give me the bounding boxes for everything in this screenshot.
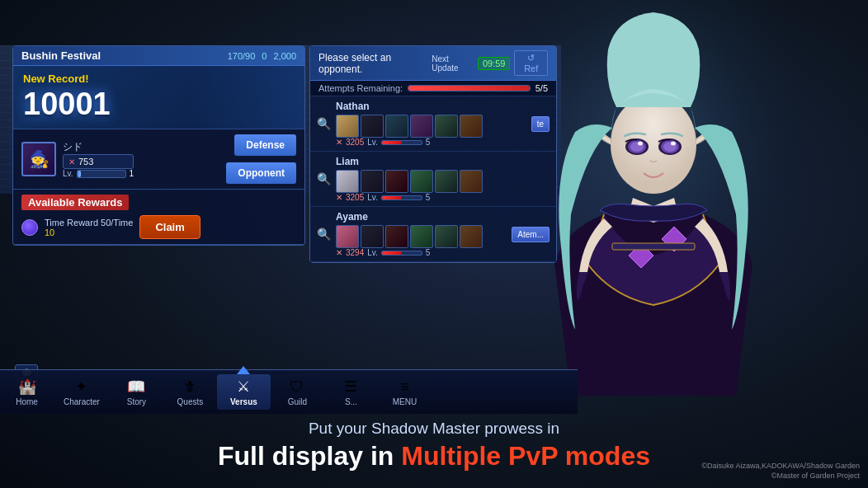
opp-avatar-1-4 bbox=[435, 170, 458, 193]
nav-menu[interactable]: ≡ MENU bbox=[378, 375, 432, 410]
more-icon: ☰ bbox=[344, 378, 357, 396]
claim-button[interactable]: Claim bbox=[139, 215, 200, 239]
opp-avatar-2-2 bbox=[385, 225, 408, 248]
opp-avatar-2-0 bbox=[336, 225, 359, 248]
svg-point-10 bbox=[638, 142, 643, 146]
time-reward-count: 10 bbox=[45, 228, 133, 237]
refresh-button[interactable]: ↺ Ref bbox=[514, 50, 548, 76]
next-update-label: Next Update bbox=[432, 54, 474, 73]
rewards-title: Available Rewards bbox=[21, 195, 129, 210]
nav-guild[interactable]: 🛡 Guild bbox=[271, 375, 324, 410]
copyright-line2: ©Master of Garden Project bbox=[701, 471, 860, 481]
opp-avatar-2-4 bbox=[435, 225, 458, 248]
opp-avatar-0-1 bbox=[361, 115, 384, 138]
attempts-fill bbox=[408, 86, 530, 91]
opponent-panel: Please select an opponent. Next Update 0… bbox=[309, 45, 557, 263]
countdown-timer: 09:59 bbox=[478, 57, 511, 70]
nav-quests[interactable]: 🗡 Quests bbox=[163, 375, 217, 410]
rewards-info: Time Reward 50/Time 10 bbox=[45, 218, 133, 237]
opp-avatar-0-2 bbox=[385, 115, 408, 138]
opp-level-label-0: Lv. bbox=[367, 138, 378, 147]
opp-avatar-1-1 bbox=[361, 170, 384, 193]
defense-button[interactable]: Defense bbox=[234, 134, 296, 156]
subtitle-text: Put your Shadow Master prowess in bbox=[0, 420, 868, 438]
attempts-count: 5/5 bbox=[535, 83, 548, 93]
attempts-label: Attempts Remaining: bbox=[318, 83, 403, 93]
level-fill bbox=[78, 171, 82, 177]
score-area: New Record! 10001 bbox=[13, 66, 304, 129]
rewards-row: Time Reward 50/Time 10 Claim bbox=[21, 215, 296, 239]
opp-avatar-0-3 bbox=[410, 115, 433, 138]
challenge-btn-0[interactable]: te bbox=[531, 116, 550, 132]
magnifier-icon-0[interactable]: 🔍 bbox=[317, 117, 331, 130]
nav-home[interactable]: 🏰 Home bbox=[0, 374, 54, 410]
navigation-bar: 🏰 Home ✦ Character 📖 Story 🗡 Quests ⚔ Ve… bbox=[0, 369, 578, 414]
opp-level-bar-0 bbox=[381, 140, 422, 145]
opponent-button[interactable]: Opponent bbox=[226, 162, 296, 184]
opp-level-label-2: Lv. bbox=[367, 248, 378, 257]
power-icon: ✕ bbox=[68, 157, 75, 167]
level-value: 1 bbox=[130, 169, 134, 178]
versus-icon: ⚔ bbox=[237, 378, 250, 396]
opp-avatar-2-1 bbox=[361, 225, 384, 248]
player-avatar: 🧙 bbox=[21, 142, 56, 176]
magnifier-icon-1[interactable]: 🔍 bbox=[317, 172, 331, 185]
rewards-section: Available Rewards Time Reward 50/Time 10… bbox=[13, 190, 304, 245]
opp-level-fill-2 bbox=[382, 251, 402, 255]
nav-quests-label: Quests bbox=[177, 397, 204, 406]
opponent-item-2[interactable]: 🔍 Ayame ✕ 3294 Lv. 5 Atem... bbox=[310, 207, 556, 262]
opponent-name-0: Nathan bbox=[336, 101, 526, 112]
versus-indicator bbox=[237, 366, 250, 374]
guild-icon: 🛡 bbox=[290, 378, 304, 396]
opp-power-icon-2: ✕ bbox=[336, 248, 342, 257]
player-level: Lv. 1 bbox=[63, 169, 134, 178]
attempts-row: Attempts Remaining: 5/5 bbox=[310, 81, 556, 96]
nav-home-label: Home bbox=[16, 397, 38, 406]
opponent-stats-0: ✕ 3205 Lv. 5 bbox=[336, 138, 526, 147]
opponent-info-0: Nathan ✕ 3205 Lv. 5 bbox=[336, 101, 526, 147]
opp-avatar-0-5 bbox=[460, 115, 483, 138]
opp-level-fill-0 bbox=[382, 141, 402, 144]
title-red-part: Multiple PvP modes bbox=[401, 441, 650, 471]
magnifier-icon-2[interactable]: 🔍 bbox=[317, 228, 331, 241]
opp-level-bar-2 bbox=[381, 251, 422, 256]
opponent-avatars-0 bbox=[336, 115, 526, 138]
nav-more-label: S... bbox=[345, 397, 357, 406]
panel-title: Bushin Festival bbox=[21, 49, 101, 62]
opponent-header-text: Please select an opponent. bbox=[318, 52, 432, 75]
time-reward-label: Time Reward 50/Time bbox=[45, 218, 133, 228]
nav-story[interactable]: 📖 Story bbox=[110, 374, 163, 410]
nav-character-label: Character bbox=[64, 397, 100, 406]
challenge-btn-2[interactable]: Atem... bbox=[512, 227, 550, 242]
header-stat3: 2,000 bbox=[273, 51, 296, 61]
svg-rect-12 bbox=[612, 243, 695, 250]
opponent-stats-2: ✕ 3294 Lv. 5 bbox=[336, 248, 507, 257]
power-value: 753 bbox=[78, 157, 93, 167]
opp-level-val-0: 5 bbox=[426, 138, 431, 147]
panel-header: Bushin Festival 170/90 0 2,000 bbox=[13, 46, 304, 66]
player-row: 🧙 シド ✕ 753 Lv. 1 Defense Opponent bbox=[13, 129, 304, 190]
menu-icon: ≡ bbox=[400, 378, 409, 396]
opp-power-2: 3294 bbox=[346, 248, 364, 257]
opp-avatar-1-0 bbox=[336, 170, 359, 193]
opp-level-val-1: 5 bbox=[426, 193, 431, 202]
player-name: シド bbox=[63, 140, 134, 154]
opp-avatar-2-3 bbox=[410, 225, 433, 248]
svg-point-11 bbox=[671, 142, 676, 146]
header-stat1: 170/90 bbox=[228, 51, 256, 61]
opp-power-1: 3205 bbox=[346, 193, 364, 202]
opponent-avatars-1 bbox=[336, 170, 550, 193]
story-icon: 📖 bbox=[127, 378, 145, 396]
nav-versus[interactable]: ⚔ Versus bbox=[217, 374, 271, 410]
nav-more[interactable]: ☰ S... bbox=[324, 374, 378, 410]
opponent-name-2: Ayame bbox=[336, 211, 507, 223]
nav-character[interactable]: ✦ Character bbox=[54, 374, 110, 410]
character-icon: ✦ bbox=[75, 378, 87, 396]
opponent-item-0[interactable]: 🔍 Nathan ✕ 3205 Lv. 5 te bbox=[310, 96, 556, 152]
title-white-part: Full display in bbox=[218, 441, 401, 471]
opponent-item-1[interactable]: 🔍 Liam ✕ 3205 Lv. 5 bbox=[310, 152, 556, 207]
opponent-info-2: Ayame ✕ 3294 Lv. 5 bbox=[336, 211, 507, 257]
header-stats: 170/90 0 2,000 bbox=[228, 51, 296, 61]
svg-point-3 bbox=[611, 95, 696, 194]
opponent-name-1: Liam bbox=[336, 156, 550, 167]
